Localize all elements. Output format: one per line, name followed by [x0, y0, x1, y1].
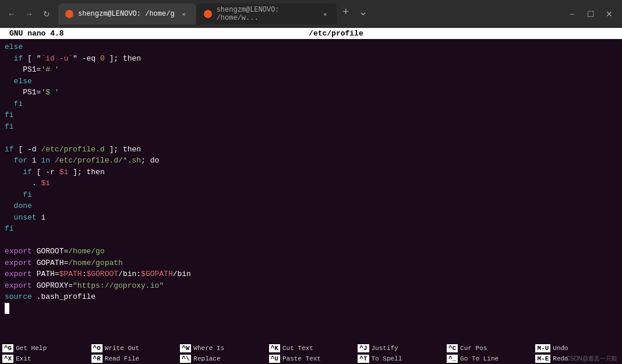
code-line-19: export PATH=$PATH:$GOROOT/bin:$GOPATH/bi…	[5, 268, 617, 280]
shortcut-label-cut-text: Cut Text	[282, 345, 313, 352]
code-line-20: export GOPROXY="https://goproxy.io"	[5, 280, 617, 292]
minimize-button[interactable]: −	[564, 6, 580, 22]
shortcut-label-cur-pos: Cur Pos	[460, 345, 487, 352]
new-tab-button[interactable]: +	[338, 3, 354, 20]
window-controls: − ☐ ✕	[564, 6, 617, 22]
shortcut-write-out[interactable]: ^O Write Out	[89, 343, 178, 354]
shortcut-label-justify: Justify	[372, 345, 398, 352]
code-line-7: fi	[5, 109, 617, 121]
browser-controls: ← → ↻	[5, 7, 54, 21]
tab-2-close[interactable]: ✕	[321, 9, 330, 19]
nano-statusbar: ^G Get Help ^O Write Out ^W Where Is ^K …	[0, 342, 622, 364]
shortcut-row-2: ^X Exit ^R Read File ^\ Replace ^U Paste…	[0, 354, 622, 364]
code-line-9: if [ -d /etc/profile.d ]; then	[5, 144, 617, 156]
shortcut-justify[interactable]: ^J Justify	[355, 343, 444, 354]
shortcut-label-where-is: Where Is	[193, 345, 224, 352]
code-line-blank1	[5, 132, 617, 144]
tab-1-icon	[65, 10, 73, 18]
shortcut-exit[interactable]: ^X Exit	[0, 354, 89, 364]
code-line-cursor	[5, 303, 617, 314]
code-line-10: for i in /etc/profile.d/*.sh; do	[5, 155, 617, 167]
code-line-12: . $i	[5, 178, 617, 189]
code-line-15: unset i	[5, 212, 617, 224]
tab-bar: shengzm@LENOVO: /home/g ✕ shengzm@LENOVO…	[58, 3, 559, 24]
code-line-8: fi	[5, 121, 617, 133]
code-line-2: if [ "`id -u`" -eq 0 ]; then	[5, 53, 617, 65]
watermark: CSDN@逛丢一只鞋	[566, 355, 618, 363]
code-line-blank2	[5, 235, 617, 246]
code-line-4: else	[5, 76, 617, 87]
nano-filename: /etc/profile	[309, 29, 363, 38]
shortcut-cur-pos[interactable]: ^C Cur Pos	[444, 343, 533, 354]
shortcut-key-me: M-E	[535, 355, 550, 363]
shortcut-label-replace: Replace	[193, 355, 220, 362]
shortcut-label-go-to-line: Go To Line	[460, 355, 499, 362]
shortcut-key-cr: ^R	[91, 355, 103, 363]
shortcut-key-backslash: ^\	[180, 355, 191, 363]
shortcut-label-write-out: Write Out	[105, 345, 139, 352]
shortcut-key-cx: ^X	[2, 355, 13, 363]
forward-button[interactable]: →	[22, 7, 36, 21]
browser-chrome: ← → ↻ shengzm@LENOVO: /home/g ✕ shengzm@…	[0, 0, 622, 28]
shortcut-where-is[interactable]: ^W Where Is	[178, 343, 267, 354]
shortcut-undo[interactable]: M-U Undo	[533, 343, 622, 354]
shortcut-row-1: ^G Get Help ^O Write Out ^W Where Is ^K …	[0, 343, 622, 354]
shortcut-label-to-spell: To Spell	[372, 355, 402, 362]
shortcut-label-exit: Exit	[16, 355, 31, 362]
shortcut-key-ct: ^T	[358, 355, 369, 363]
shortcut-key-co: ^O	[91, 344, 103, 352]
shortcut-key-underscore: ^_	[447, 355, 458, 363]
code-line-21: source .bash_profile	[5, 291, 617, 303]
code-line-17: export GOROOT=/home/go	[5, 246, 617, 257]
code-line-3: PS1='# '	[5, 64, 617, 76]
code-line-6: fi	[5, 98, 617, 110]
tab-2[interactable]: shengzm@LENOVO: /home/w... ✕	[197, 3, 337, 24]
nano-editor-content[interactable]: else if [ "`id -u`" -eq 0 ]; then PS1='#…	[0, 39, 622, 342]
back-button[interactable]: ←	[5, 7, 19, 21]
tab-2-label: shengzm@LENOVO: /home/w...	[217, 6, 316, 22]
shortcut-go-to-line[interactable]: ^_ Go To Line	[444, 354, 533, 364]
nano-editor-container: GNU nano 4.8 /etc/profile else if [ "`id…	[0, 28, 622, 364]
shortcut-key-cg: ^G	[2, 344, 13, 352]
shortcut-label-read-file: Read File	[105, 355, 139, 362]
shortcut-label-undo: Undo	[553, 345, 568, 352]
shortcut-get-help[interactable]: ^G Get Help	[0, 343, 89, 354]
tab-menu-button[interactable]: ⌄	[355, 3, 372, 20]
code-line-5: PS1='$ '	[5, 87, 617, 98]
nano-version: GNU nano 4.8	[9, 29, 64, 38]
shortcut-key-mu: M-U	[535, 344, 550, 352]
code-line-13: fi	[5, 189, 617, 201]
shortcut-key-ck: ^K	[269, 344, 280, 352]
nano-title-right	[608, 29, 613, 38]
shortcut-key-cj: ^J	[358, 344, 369, 352]
refresh-button[interactable]: ↻	[40, 7, 54, 21]
shortcut-to-spell[interactable]: ^T To Spell	[355, 354, 444, 364]
code-line-1: else	[5, 41, 617, 53]
shortcut-key-cw: ^W	[180, 344, 191, 352]
close-button[interactable]: ✕	[601, 6, 617, 22]
code-line-11: if [ -r $i ]; then	[5, 167, 617, 178]
shortcut-label-paste-text: Paste Text	[282, 355, 321, 362]
code-line-16: fi	[5, 223, 617, 235]
shortcut-paste-text[interactable]: ^U Paste Text	[267, 354, 356, 364]
shortcut-label-get-help: Get Help	[16, 345, 47, 352]
maximize-button[interactable]: ☐	[582, 6, 599, 22]
shortcut-key-cc: ^C	[447, 344, 458, 352]
shortcut-read-file[interactable]: ^R Read File	[89, 354, 178, 364]
code-line-18: export GOPATH=/home/gopath	[5, 257, 617, 269]
shortcut-replace[interactable]: ^\ Replace	[178, 354, 267, 364]
tab-1-label: shengzm@LENOVO: /home/g	[78, 10, 175, 18]
code-line-14: done	[5, 200, 617, 212]
shortcut-cut-text[interactable]: ^K Cut Text	[267, 343, 356, 354]
nano-titlebar: GNU nano 4.8 /etc/profile	[0, 28, 622, 39]
tab-1[interactable]: shengzm@LENOVO: /home/g ✕	[58, 3, 196, 24]
shortcut-key-cu: ^U	[269, 355, 280, 363]
tab-1-close[interactable]: ✕	[179, 9, 189, 19]
tab-2-icon	[204, 10, 212, 18]
